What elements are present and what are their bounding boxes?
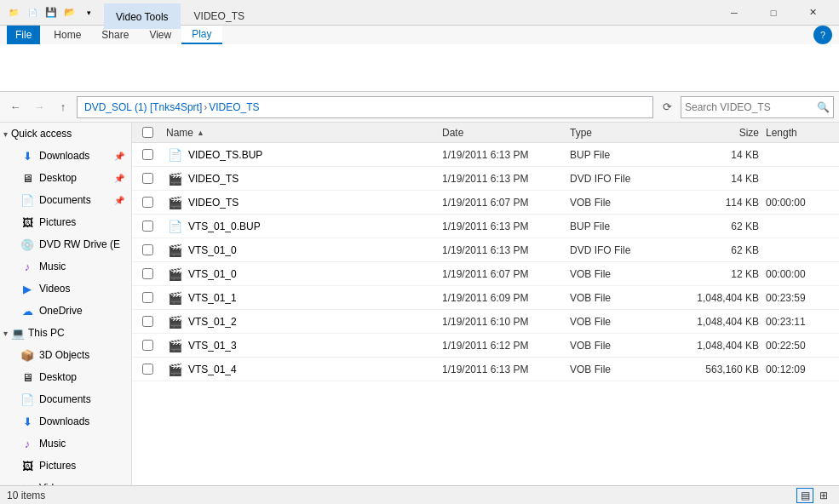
thispc-icon: 💻 <box>11 326 25 340</box>
table-row[interactable]: 📄 VIDEO_TS.BUP 1/19/2011 6:13 PM BUP Fil… <box>132 143 839 167</box>
sidebar-item-dvdrw-quick[interactable]: 💿 DVD RW Drive (E <box>0 233 131 255</box>
sidebar-item-downloads-pc[interactable]: ⬇ Downloads <box>0 410 131 432</box>
search-box[interactable]: 🔍 <box>681 96 834 118</box>
sidebar-item-desktop-quick[interactable]: 🖥 Desktop 📌 <box>0 167 131 189</box>
sidebar-item-desktop-pc[interactable]: 🖥 Desktop <box>0 366 131 388</box>
sidebar-item-3dobjects[interactable]: 📦 3D Objects <box>0 344 131 366</box>
col-name-header[interactable]: Name ▲ <box>163 127 439 139</box>
tab-play[interactable]: Play <box>181 26 221 44</box>
addr-breadcrumb-dvd[interactable]: DVD_SOL (1) [Tnks4Sprt] <box>84 101 202 113</box>
table-row[interactable]: 🎬 VTS_01_3 1/19/2011 6:12 PM VOB File 1,… <box>132 334 839 358</box>
file-icon-7: 🎬 <box>166 313 183 330</box>
table-row[interactable]: 🎬 VTS_01_2 1/19/2011 6:10 PM VOB File 1,… <box>132 310 839 334</box>
tab-home[interactable]: Home <box>43 26 91 44</box>
sidebar-item-pictures-quick[interactable]: 🖼 Pictures <box>0 211 131 233</box>
col-name-label: Name <box>166 127 193 139</box>
table-row[interactable]: 🎬 VTS_01_1 1/19/2011 6:09 PM VOB File 1,… <box>132 286 839 310</box>
details-view-button[interactable]: ▤ <box>796 488 813 503</box>
col-date-label: Date <box>442 127 463 139</box>
back-button[interactable]: ← <box>5 97 26 117</box>
close-button[interactable]: ✕ <box>793 0 832 26</box>
search-icon[interactable]: 🔍 <box>817 101 830 113</box>
forward-button[interactable]: → <box>29 97 49 117</box>
desktop-quick-icon: 🖥 <box>20 171 34 185</box>
table-row[interactable]: 🎬 VTS_01_4 1/19/2011 6:13 PM VOB File 56… <box>132 358 839 381</box>
ribbon-body <box>0 44 839 92</box>
row-name-9: 🎬 VTS_01_4 <box>163 361 439 378</box>
col-date-header[interactable]: Date <box>439 127 566 139</box>
file-name-0: VIDEO_TS.BUP <box>188 149 262 161</box>
desktop-pc-icon: 🖥 <box>20 370 34 384</box>
sidebar-item-music-quick-label: Music <box>39 261 66 272</box>
table-row[interactable]: 🎬 VTS_01_0 1/19/2011 6:13 PM DVD IFO Fil… <box>132 238 839 262</box>
maximize-button[interactable]: □ <box>754 0 793 26</box>
sidebar-item-documents-pc[interactable]: 📄 Documents <box>0 388 131 410</box>
quick-access-label: Quick access <box>11 128 72 140</box>
row-date-5: 1/19/2011 6:07 PM <box>439 268 566 280</box>
row-length-9: 00:12:09 <box>762 364 839 375</box>
table-row[interactable]: 🎬 VIDEO_TS 1/19/2011 6:07 PM VOB File 11… <box>132 191 839 215</box>
col-length-header[interactable]: Length <box>762 127 839 139</box>
row-checkbox-1[interactable] <box>142 173 153 184</box>
tab-view[interactable]: View <box>139 26 181 44</box>
sidebar-item-videos-quick[interactable]: ▶ Videos <box>0 278 131 300</box>
up-button[interactable]: ↑ <box>53 97 73 117</box>
row-name-5: 🎬 VTS_01_0 <box>163 266 439 283</box>
tab-share[interactable]: Share <box>91 26 139 44</box>
file-list-header: Name ▲ Date Type Size Length <box>132 123 839 143</box>
sidebar-item-music-quick[interactable]: ♪ Music <box>0 255 131 278</box>
sidebar-item-desktop-pc-label: Desktop <box>39 371 77 383</box>
row-type-7: VOB File <box>566 316 677 328</box>
col-type-header[interactable]: Type <box>566 127 677 139</box>
row-type-3: BUP File <box>566 220 677 232</box>
tab-video-tools[interactable]: Video Tools <box>104 3 181 29</box>
table-row[interactable]: 📄 VTS_01_0.BUP 1/19/2011 6:13 PM BUP Fil… <box>132 215 839 238</box>
table-row[interactable]: 🎬 VIDEO_TS 1/19/2011 6:13 PM DVD IFO Fil… <box>132 167 839 191</box>
table-row[interactable]: 🎬 VTS_01_0 1/19/2011 6:07 PM VOB File 12… <box>132 262 839 286</box>
sidebar-item-music-pc[interactable]: ♪ Music <box>0 432 131 455</box>
sidebar-item-pictures-pc-label: Pictures <box>39 460 76 472</box>
row-date-6: 1/19/2011 6:09 PM <box>439 292 566 304</box>
row-date-8: 1/19/2011 6:12 PM <box>439 340 566 352</box>
large-view-button[interactable]: ⊞ <box>815 488 832 503</box>
address-box[interactable]: DVD_SOL (1) [Tnks4Sprt] › VIDEO_TS <box>77 96 653 118</box>
row-size-6: 1,048,404 KB <box>677 292 762 304</box>
pin-icon-2: 📌 <box>114 196 124 205</box>
dropdown-arrow-icon[interactable]: ▾ <box>82 6 95 20</box>
file-icon-5: 🎬 <box>166 266 183 283</box>
address-bar: ← → ↑ DVD_SOL (1) [Tnks4Sprt] › VIDEO_TS… <box>0 92 839 123</box>
sidebar-item-videos-quick-label: Videos <box>39 283 70 295</box>
row-checkbox-5[interactable] <box>142 268 153 279</box>
sidebar-item-onedrive-quick[interactable]: ☁ OneDrive <box>0 300 131 322</box>
search-input[interactable] <box>685 101 817 113</box>
file-list: Name ▲ Date Type Size Length 📄 VIDEO_TS.… <box>132 123 839 485</box>
file-button[interactable]: File <box>7 26 40 44</box>
row-checkbox-7[interactable] <box>142 316 153 327</box>
help-button[interactable]: ? <box>813 26 832 44</box>
ribbon-top: File Home Share View Play ? <box>0 26 839 44</box>
sidebar-item-downloads-quick[interactable]: ⬇ Downloads 📌 <box>0 145 131 167</box>
row-checkbox-4[interactable] <box>142 244 153 255</box>
row-checkbox-8[interactable] <box>142 340 153 351</box>
thispc-header[interactable]: ▾ 💻 This PC <box>0 322 131 344</box>
row-checkbox-0[interactable] <box>142 149 153 160</box>
quick-access-header[interactable]: ▾ Quick access <box>0 123 131 145</box>
row-checkbox-6[interactable] <box>142 292 153 303</box>
file-icon-2: 🎬 <box>166 194 183 211</box>
file-icon-9: 🎬 <box>166 361 183 378</box>
row-checkbox-9[interactable] <box>142 364 153 375</box>
sidebar-item-videos-pc[interactable]: ▶ Videos <box>0 477 131 485</box>
col-check <box>132 127 163 138</box>
col-size-header[interactable]: Size <box>677 127 762 139</box>
sidebar-item-pictures-pc[interactable]: 🖼 Pictures <box>0 455 131 477</box>
row-checkbox-2[interactable] <box>142 197 153 208</box>
addr-breadcrumb-videots[interactable]: VIDEO_TS <box>209 101 259 113</box>
select-all-checkbox[interactable] <box>142 127 153 138</box>
row-check-9 <box>132 364 163 375</box>
file-name-8: VTS_01_3 <box>188 340 237 352</box>
save-icon: 💾 <box>44 6 58 20</box>
row-checkbox-3[interactable] <box>142 220 153 232</box>
minimize-button[interactable]: ─ <box>715 0 754 26</box>
sidebar-item-documents-quick[interactable]: 📄 Documents 📌 <box>0 189 131 211</box>
refresh-button[interactable]: ⟳ <box>657 97 677 117</box>
